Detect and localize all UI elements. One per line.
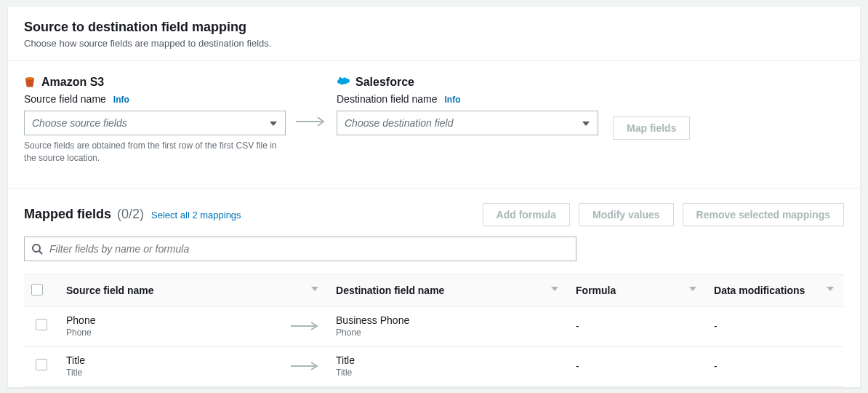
row-checkbox[interactable] (36, 319, 47, 330)
source-field-label-row: Source field name Info (24, 93, 286, 105)
filter-input[interactable] (24, 237, 576, 261)
destination-field-label-row: Destination field name Info (337, 93, 598, 105)
sort-icon (311, 287, 318, 291)
arrow-right-icon (289, 322, 321, 330)
svg-point-2 (33, 245, 40, 252)
select-all-checkbox[interactable] (31, 284, 43, 295)
section-header: Source to destination field mapping Choo… (8, 7, 860, 61)
add-formula-button[interactable]: Add formula (483, 203, 570, 226)
svg-line-3 (39, 251, 42, 254)
column-header-source[interactable]: Source field name (59, 274, 329, 306)
destination-field-sub: Phone (336, 328, 561, 338)
mapped-actions: Add formula Modify values Remove selecte… (483, 203, 844, 226)
column-header-checkbox (24, 274, 59, 306)
source-field-main: Phone (66, 314, 275, 326)
column-header-destination[interactable]: Destination field name (329, 274, 568, 306)
sort-icon (827, 287, 834, 291)
svg-point-0 (25, 77, 34, 79)
source-info-link[interactable]: Info (113, 95, 129, 105)
destination-service-header: Salesforce (337, 76, 598, 89)
salesforce-icon (337, 76, 350, 89)
destination-info-link[interactable]: Info (445, 95, 461, 105)
mapped-fields-title: Mapped fields (0/2) Select all 2 mapping… (24, 207, 241, 222)
search-icon (31, 243, 43, 255)
destination-field-sub: Title (336, 368, 561, 378)
modifications-cell: - (707, 346, 844, 386)
source-service-name: Amazon S3 (41, 76, 104, 89)
page-description: Choose how source fields are mapped to d… (24, 38, 844, 49)
filter-wrap (24, 237, 576, 261)
select-all-mappings-link[interactable]: Select all 2 mappings (151, 210, 241, 221)
source-field-main: Title (66, 354, 275, 366)
destination-field-main: Business Phone (336, 314, 561, 326)
mapping-area: Amazon S3 Source field name Info Choose … (8, 61, 860, 185)
source-field-sub: Phone (66, 328, 275, 338)
map-button-wrap: Map fields (598, 76, 690, 140)
modifications-cell: - (707, 306, 844, 346)
source-field-label: Source field name (24, 93, 106, 105)
destination-field-label: Destination field name (337, 93, 438, 105)
mapped-fields-header: Mapped fields (0/2) Select all 2 mapping… (24, 203, 844, 226)
source-service-header: Amazon S3 (24, 76, 286, 89)
source-column: Amazon S3 Source field name Info Choose … (24, 76, 286, 164)
destination-field-select[interactable]: Choose destination field (337, 111, 598, 135)
source-field-sub: Title (66, 368, 275, 378)
destination-field-select-wrap: Choose destination field (337, 111, 598, 135)
row-checkbox[interactable] (36, 359, 47, 370)
page-title: Source to destination field mapping (24, 20, 844, 35)
s3-icon (24, 76, 36, 88)
row-arrow (282, 306, 329, 346)
mapped-fields-section: Mapped fields (0/2) Select all 2 mapping… (8, 188, 860, 387)
mappings-table: Source field name Destination field name… (24, 274, 844, 387)
source-field-select[interactable]: Choose source fields (24, 111, 286, 135)
row-arrow (282, 346, 329, 386)
column-header-formula[interactable]: Formula (568, 274, 707, 306)
destination-service-name: Salesforce (355, 76, 414, 89)
remove-selected-mappings-button[interactable]: Remove selected mappings (683, 203, 844, 226)
modify-values-button[interactable]: Modify values (579, 203, 674, 226)
mapped-fields-title-text: Mapped fields (24, 207, 111, 222)
map-fields-button[interactable]: Map fields (613, 116, 690, 140)
mapping-arrow (286, 76, 337, 127)
formula-cell: - (568, 346, 707, 386)
table-row: Title Title Title Title - - (24, 346, 844, 386)
destination-column: Salesforce Destination field name Info C… (337, 76, 598, 135)
arrow-right-icon (289, 362, 321, 370)
destination-field-main: Title (336, 354, 561, 366)
arrow-right-icon (294, 116, 328, 127)
formula-cell: - (568, 306, 707, 346)
column-header-modifications[interactable]: Data modifications (707, 274, 844, 306)
sort-icon (551, 287, 558, 291)
source-field-select-wrap: Choose source fields (24, 111, 286, 135)
table-row: Phone Phone Business Phone Phone - - (24, 306, 844, 346)
source-helper-text: Source fields are obtained from the firs… (24, 140, 286, 164)
mapped-fields-count: (0/2) (117, 207, 144, 222)
sort-icon (689, 287, 696, 291)
